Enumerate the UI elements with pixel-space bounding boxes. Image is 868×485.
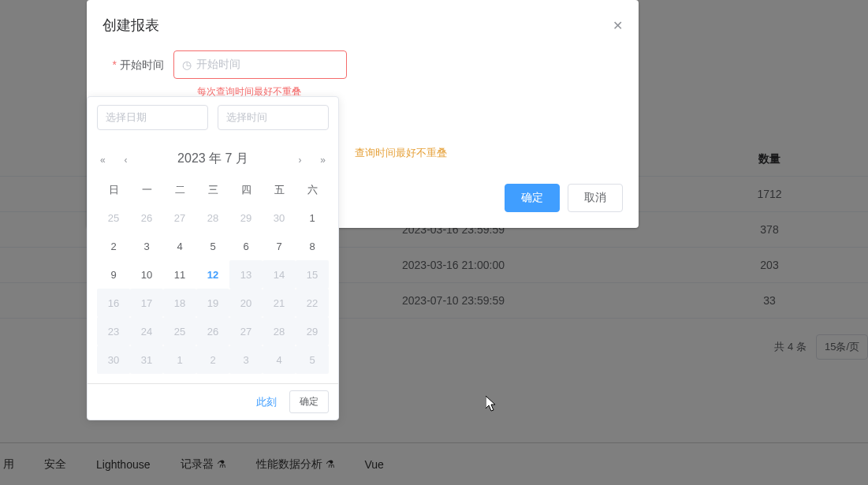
start-time-placeholder: 开始时间 (196, 58, 240, 72)
prev-year-button[interactable]: « (97, 155, 109, 166)
day-cell: 17 (130, 289, 163, 317)
day-cell: 18 (163, 289, 196, 317)
day-cell: 4 (263, 345, 296, 374)
dow-cell: 四 (229, 183, 263, 197)
day-cell: 30 (97, 345, 130, 374)
date-picker-panel: 选择日期 选择时间 « ‹ 2023 年 7 月 › » 日一二三四五六 252… (87, 96, 339, 420)
day-cell[interactable]: 28 (196, 203, 229, 232)
confirm-button[interactable]: 确定 (505, 184, 560, 212)
day-cell: 25 (163, 317, 196, 345)
day-cell: 21 (263, 289, 296, 317)
dow-cell: 日 (97, 183, 130, 197)
day-cell: 22 (296, 289, 329, 317)
day-cell[interactable]: 25 (97, 203, 130, 232)
now-button[interactable]: 此刻 (250, 395, 283, 409)
modal-title: 创建报表 (102, 16, 159, 35)
day-cell[interactable]: 27 (163, 203, 196, 232)
day-of-week-header: 日一二三四五六 (97, 177, 329, 203)
clock-icon: ◷ (182, 58, 192, 71)
close-icon[interactable]: ✕ (613, 18, 623, 33)
day-cell: 16 (97, 289, 130, 317)
day-cell[interactable]: 10 (130, 260, 163, 289)
next-month-button[interactable]: › (295, 155, 304, 166)
day-cell: 20 (229, 289, 263, 317)
day-cell[interactable]: 8 (296, 232, 329, 260)
start-time-label: *开始时间 (102, 50, 173, 73)
day-cell: 29 (296, 317, 329, 345)
day-cell[interactable]: 6 (229, 232, 263, 260)
start-time-input[interactable]: ◷ 开始时间 (173, 50, 347, 79)
cancel-button[interactable]: 取消 (568, 184, 623, 212)
day-cell: 13 (229, 260, 263, 289)
day-cell[interactable]: 11 (163, 260, 196, 289)
dow-cell: 六 (296, 183, 329, 197)
dow-cell: 三 (196, 183, 229, 197)
tip-overlap-orange: 查询时间最好不重叠 (355, 146, 623, 160)
day-cell: 28 (263, 317, 296, 345)
day-cell[interactable]: 26 (130, 203, 163, 232)
day-cell: 15 (296, 260, 329, 289)
day-cell: 31 (130, 345, 163, 374)
day-cell: 5 (296, 345, 329, 374)
day-cell: 1 (163, 345, 196, 374)
dow-cell: 五 (263, 183, 296, 197)
next-year-button[interactable]: » (317, 155, 329, 166)
date-select-input[interactable]: 选择日期 (97, 105, 208, 130)
day-cell: 23 (97, 317, 130, 345)
day-cell[interactable]: 5 (196, 232, 229, 260)
day-cell[interactable]: 1 (296, 203, 329, 232)
calendar-title: 2023 年 7 月 (177, 151, 248, 167)
day-cell[interactable]: 4 (163, 232, 196, 260)
day-cell: 26 (196, 317, 229, 345)
day-cell[interactable]: 3 (130, 232, 163, 260)
day-cell[interactable]: 9 (97, 260, 130, 289)
day-cell[interactable]: 7 (263, 232, 296, 260)
day-cell[interactable]: 2 (97, 232, 130, 260)
datepicker-ok-button[interactable]: 确定 (289, 390, 329, 413)
prev-month-button[interactable]: ‹ (121, 155, 131, 166)
day-cell: 14 (263, 260, 296, 289)
day-cell[interactable]: 12 (196, 260, 229, 289)
day-cell: 2 (196, 345, 229, 374)
day-cell[interactable]: 29 (229, 203, 263, 232)
dow-cell: 二 (163, 183, 196, 197)
day-cell: 3 (229, 345, 263, 374)
time-select-input[interactable]: 选择时间 (218, 105, 329, 130)
dow-cell: 一 (130, 183, 163, 197)
day-cell: 24 (130, 317, 163, 345)
day-cell[interactable]: 30 (263, 203, 296, 232)
day-cell: 27 (229, 317, 263, 345)
day-cell: 19 (196, 289, 229, 317)
